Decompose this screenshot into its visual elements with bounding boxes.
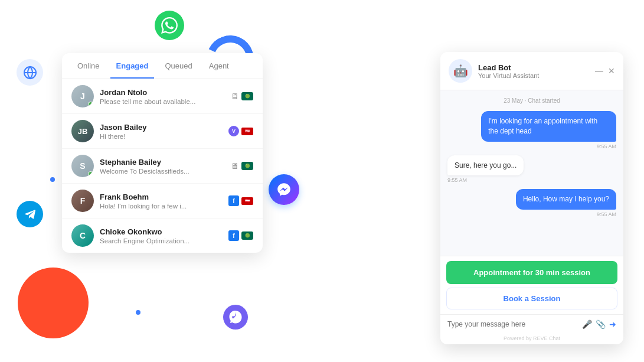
chat-date-label: 23 May · Chat started (447, 97, 616, 104)
contact-name-frank: Frank Boehm (100, 193, 224, 201)
msg-time-2: 9:55 AM (447, 177, 467, 183)
contact-icons-stephanie: 🖥 🟢 (231, 161, 253, 171)
monitor-icon-2: 🖥 (231, 161, 239, 171)
red-flag-icon-2: 🇦🇹 (241, 197, 253, 205)
powered-by: Powered by REVE Chat (440, 334, 623, 344)
microphone-icon[interactable]: 🎤 (582, 319, 592, 329)
avatar-jordan: J (71, 85, 94, 107)
chat-actions: Appointment for 30 min session Book a Se… (440, 256, 623, 314)
chat-messages: 23 May · Chat started I'm looking for an… (440, 90, 623, 256)
decorative-orange-circle (18, 268, 89, 338)
contact-item-chioke[interactable]: C Chioke Okonkwo Search Engine Optimizat… (62, 218, 263, 253)
avatar-stephanie: S (71, 155, 94, 177)
bubble-text-2: Sure, here you go... (447, 155, 524, 176)
avatar-chioke: C (71, 224, 94, 247)
tab-queued[interactable]: Queued (159, 53, 198, 79)
send-icon[interactable]: ➜ (609, 319, 616, 329)
contact-preview-jason: Hi there! (100, 133, 224, 140)
whatsapp-icon[interactable] (155, 11, 184, 40)
contact-name-chioke: Chioke Okonkwo (100, 227, 224, 236)
bubble-text-3: Hello, How may I help you? (516, 189, 616, 210)
tab-bar: Online Engaged Queued Agent (62, 53, 263, 79)
messenger-icon[interactable] (269, 174, 299, 205)
bd-flag-icon: 🟢 (241, 92, 253, 100)
bd-flag-icon-3: 🟢 (241, 231, 253, 240)
book-session-button[interactable]: Book a Session (446, 288, 617, 309)
bubble-text-1: I'm looking for an appointment with the … (481, 111, 616, 142)
contact-preview-stephanie: Welcome To Desiclassifieds... (100, 168, 226, 175)
contact-item-stephanie[interactable]: S Stephanie Bailey Welcome To Desiclassi… (62, 149, 263, 184)
decorative-dot-blue-bottom (136, 310, 140, 315)
chat-input-area: 🎤 📎 ➜ (440, 314, 623, 334)
contact-item-frank[interactable]: F Frank Boehm Hola! I'm looking for a fe… (62, 184, 263, 218)
contact-preview-frank: Hola! I'm looking for a few i... (100, 203, 224, 210)
chat-input[interactable] (447, 320, 578, 328)
contact-item-jordan[interactable]: J Jordan Ntolo Please tell me about avai… (62, 79, 263, 114)
minimize-button[interactable]: — (595, 66, 603, 76)
avatar-frank: F (71, 190, 94, 212)
contact-preview-jordan: Please tell me about available... (100, 98, 226, 105)
bot-subtitle: Your Virtual Assistant (478, 72, 595, 79)
msg-time-1: 9:55 AM (597, 144, 616, 149)
red-flag-icon: 🇦🇹 (241, 128, 253, 135)
contact-item-jason[interactable]: JB Jason Bailey Hi there! V 🇦🇹 (62, 114, 263, 149)
avatar-jason: JB (71, 120, 94, 142)
tab-engaged[interactable]: Engaged (110, 53, 155, 79)
tab-online[interactable]: Online (71, 53, 106, 79)
message-2: Sure, here you go... 9:55 AM (447, 155, 616, 184)
contact-list: J Jordan Ntolo Please tell me about avai… (62, 79, 263, 253)
chat-header: 🤖 Lead Bot Your Virtual Assistant — ✕ (440, 52, 623, 90)
appointment-button[interactable]: Appointment for 30 min session (446, 261, 617, 284)
close-button[interactable]: ✕ (608, 66, 615, 76)
chat-list-panel: Online Engaged Queued Agent J Jordan Nto… (62, 53, 263, 253)
msg-time-3: 9:55 AM (597, 211, 616, 217)
message-3: Hello, How may I help you? 9:55 AM (447, 189, 616, 217)
contact-name-jordan: Jordan Ntolo (100, 88, 226, 97)
chat-window: 🤖 Lead Bot Your Virtual Assistant — ✕ 23… (440, 52, 623, 344)
contact-name-stephanie: Stephanie Bailey (100, 158, 226, 167)
globe-icon[interactable] (17, 59, 43, 86)
viber-badge-icon: V (228, 126, 239, 136)
viber-icon[interactable] (223, 305, 248, 330)
decorative-dot-blue-left (50, 177, 55, 182)
bot-name: Lead Bot (478, 63, 595, 72)
monitor-icon: 🖥 (231, 92, 239, 101)
contact-preview-chioke: Search Engine Optimization... (100, 237, 224, 244)
bot-avatar: 🤖 (449, 59, 472, 83)
fb-badge-icon: f (228, 195, 239, 206)
contact-icons-jason: V 🇦🇹 (228, 126, 253, 136)
telegram-icon[interactable] (17, 201, 43, 227)
tab-agent[interactable]: Agent (203, 53, 235, 79)
message-1: I'm looking for an appointment with the … (447, 111, 616, 149)
contact-name-jason: Jason Bailey (100, 123, 224, 132)
bd-flag-icon-2: 🟢 (241, 162, 253, 170)
contact-icons-chioke: f 🟢 (228, 230, 253, 241)
contact-icons-frank: f 🇦🇹 (228, 195, 253, 206)
contact-icons-jordan: 🖥 🟢 (231, 92, 253, 101)
attachment-icon[interactable]: 📎 (596, 319, 606, 329)
fb-badge-icon-2: f (228, 230, 239, 241)
